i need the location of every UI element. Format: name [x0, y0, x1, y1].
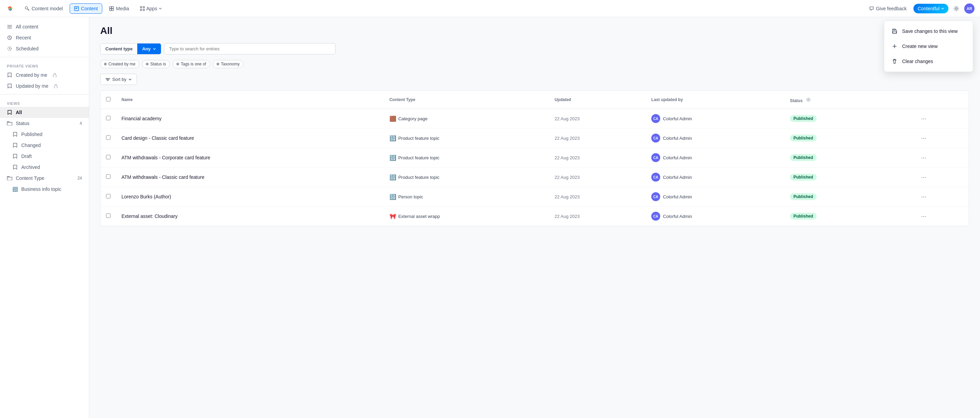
key-icon — [25, 6, 30, 11]
main-content: View Add entry All Content type Any — [89, 17, 980, 418]
row-name-cell[interactable]: ATM withdrawals - Classic card feature — [116, 168, 384, 187]
sort-chevron-icon — [128, 78, 132, 81]
sidebar-item-changed[interactable]: Changed — [0, 140, 89, 151]
table-row[interactable]: Lorenzo Burks (Author) 🔢 Person topic 22… — [100, 187, 969, 207]
row-more-button[interactable]: ··· — [919, 133, 929, 143]
table-row[interactable]: ATM withdrawals - Corporate card feature… — [100, 148, 969, 168]
nav-content[interactable]: Content — [70, 3, 102, 14]
row-name-cell[interactable]: ATM withdrawals - Corporate card feature — [116, 148, 384, 168]
bookmark-icon-all — [7, 110, 12, 115]
row-content-type-cell: 🟫 Category page — [384, 109, 549, 128]
row-checkbox-0[interactable] — [106, 116, 110, 120]
dropdown-save-changes[interactable]: Save changes to this view — [884, 24, 973, 39]
row-updated-cell: 22 Aug 2023 — [549, 168, 646, 187]
row-name-cell[interactable]: External asset: Cloudinary — [116, 207, 384, 226]
row-checkbox-cell — [100, 109, 116, 128]
row-updater-name: Colorful Admin — [663, 136, 692, 141]
sidebar-item-all-content[interactable]: All content — [0, 21, 89, 32]
filter-chip-tags[interactable]: Tags is one of — [173, 60, 210, 68]
sidebar-item-recent[interactable]: Recent — [0, 32, 89, 43]
dropdown-create-new-view[interactable]: Create new view — [884, 39, 973, 54]
row-more-button[interactable]: ··· — [919, 192, 929, 201]
row-last-updated-by-cell: CA Colorful Admin — [646, 187, 784, 207]
give-feedback-button[interactable]: Give feedback — [865, 4, 911, 13]
th-name: Name — [116, 91, 384, 109]
row-checkbox-2[interactable] — [106, 155, 110, 159]
logo[interactable] — [5, 4, 15, 13]
row-updater-name: Colorful Admin — [663, 155, 692, 160]
content-type-label: Product feature topic — [398, 175, 439, 180]
row-updater-name: Colorful Admin — [663, 214, 692, 219]
row-checkbox-5[interactable] — [106, 214, 110, 218]
th-last-updated-by: Last updated by — [646, 91, 784, 109]
entry-name: Card design - Classic card feature — [121, 135, 194, 141]
gear-icon — [954, 6, 959, 11]
table-row[interactable]: Financial academy 🟫 Category page 22 Aug… — [100, 109, 969, 128]
sidebar-item-business-info[interactable]: 🔢 Business info topic — [0, 184, 89, 195]
row-more-button[interactable]: ··· — [919, 153, 929, 162]
filter-chip-created-by-me[interactable]: Created by me — [100, 60, 139, 68]
status-settings-icon[interactable] — [803, 95, 813, 104]
row-name-cell[interactable]: Financial academy — [116, 109, 384, 128]
bookmark-icon-2 — [7, 83, 12, 89]
contentful-chevron-icon — [941, 7, 944, 10]
entries-table: Name Content Type Updated Last updated b… — [100, 90, 969, 226]
sidebar-item-created-by-me[interactable]: Created by me — [0, 70, 89, 81]
row-updater-name: Colorful Admin — [663, 116, 692, 121]
chip-dot-1 — [104, 63, 107, 65]
sidebar-divider-2 — [0, 94, 89, 95]
settings-button[interactable] — [951, 3, 961, 14]
sidebar-item-scheduled[interactable]: Scheduled — [0, 43, 89, 54]
dropdown-clear-changes[interactable]: Clear changes — [884, 54, 973, 69]
user-avatar[interactable]: AR — [964, 3, 975, 14]
content-type-filter[interactable]: Content type Any — [100, 43, 161, 54]
row-last-updated-by-cell: CA Colorful Admin — [646, 207, 784, 226]
row-actions-cell: ··· — [913, 109, 969, 128]
svg-rect-19 — [894, 29, 895, 30]
sort-button[interactable]: Sort by — [100, 74, 137, 85]
nav-content-model[interactable]: Content model — [21, 4, 67, 13]
contentful-button[interactable]: Contentful — [913, 4, 948, 13]
entry-name: ATM withdrawals - Classic card feature — [121, 174, 205, 180]
table-row[interactable]: External asset: Cloudinary 🎀 External as… — [100, 207, 969, 226]
row-more-button[interactable]: ··· — [919, 173, 929, 182]
row-avatar: CA — [651, 153, 660, 162]
row-checkbox-cell — [100, 168, 116, 187]
svg-rect-10 — [140, 9, 142, 11]
sidebar-item-draft[interactable]: Draft — [0, 151, 89, 162]
row-avatar: CA — [651, 114, 660, 123]
filter-chip-status-is[interactable]: Status is — [142, 60, 170, 68]
table-row[interactable]: ATM withdrawals - Classic card feature 🔢… — [100, 168, 969, 187]
row-more-button[interactable]: ··· — [919, 211, 929, 221]
sidebar-item-published[interactable]: Published — [0, 129, 89, 140]
row-updater-name: Colorful Admin — [663, 194, 692, 200]
content-type-emoji: 🔢 — [390, 193, 396, 200]
row-avatar: CA — [651, 192, 660, 201]
sidebar-item-archived[interactable]: Archived — [0, 162, 89, 173]
nav-media[interactable]: Media — [105, 4, 133, 13]
filter-chip-taxonomy[interactable]: Taxonomy — [213, 60, 243, 68]
any-dropdown[interactable]: Any — [137, 44, 161, 54]
sort-icon — [105, 77, 110, 82]
row-name-cell[interactable]: Lorenzo Burks (Author) — [116, 187, 384, 207]
sidebar-item-all[interactable]: All — [0, 107, 89, 118]
search-input[interactable] — [164, 43, 336, 54]
row-checkbox-4[interactable] — [106, 194, 110, 198]
row-more-button[interactable]: ··· — [919, 114, 929, 124]
row-checkbox-3[interactable] — [106, 174, 110, 179]
svg-point-2 — [25, 6, 28, 9]
svg-rect-16 — [53, 75, 56, 77]
apps-chevron-icon — [159, 7, 162, 10]
status-badge: Published — [790, 213, 816, 220]
sidebar-item-updated-by-me[interactable]: Updated by me — [0, 81, 89, 92]
create-view-icon — [891, 43, 898, 50]
row-updated-cell: 22 Aug 2023 — [549, 187, 646, 207]
row-checkbox-1[interactable] — [106, 135, 110, 140]
sidebar-folder-status[interactable]: Status 4 — [0, 118, 89, 129]
nav-apps[interactable]: Apps — [136, 4, 166, 13]
row-name-cell[interactable]: Card design - Classic card feature — [116, 128, 384, 148]
select-all-checkbox[interactable] — [106, 97, 110, 101]
table-row[interactable]: Card design - Classic card feature 🔢 Pro… — [100, 128, 969, 148]
row-actions-cell: ··· — [913, 148, 969, 168]
sidebar-folder-content-type[interactable]: Content Type 24 — [0, 173, 89, 184]
